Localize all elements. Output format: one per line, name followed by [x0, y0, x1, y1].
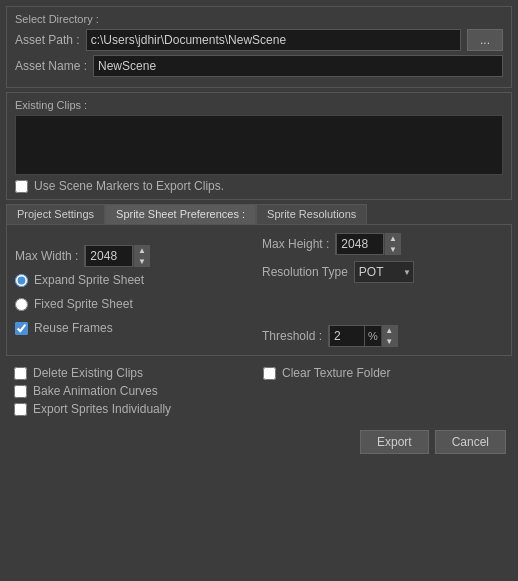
bake-animation-row: Bake Animation Curves: [14, 384, 255, 398]
threshold-input[interactable]: [329, 325, 365, 347]
empty-spacer: [262, 289, 503, 319]
asset-name-label: Asset Name :: [15, 59, 87, 73]
asset-name-row: Asset Name :: [15, 55, 503, 77]
clips-area: [15, 115, 503, 175]
fixed-sprite-row: Fixed Sprite Sheet: [15, 297, 256, 311]
existing-clips-section: Existing Clips : Use Scene Markers to Ex…: [6, 92, 512, 200]
threshold-buttons: ▲ ▼: [381, 325, 397, 347]
bottom-buttons: Export Cancel: [6, 426, 512, 458]
select-directory-title: Select Directory :: [15, 13, 503, 25]
tab-sprite-sheet-preferences[interactable]: Sprite Sheet Preferences :: [105, 204, 256, 224]
resolution-type-select-wrapper: POT NPOT Any ▼: [354, 261, 414, 283]
max-height-buttons: ▲ ▼: [384, 233, 400, 255]
bake-animation-label: Bake Animation Curves: [33, 384, 158, 398]
max-width-buttons: ▲ ▼: [133, 245, 149, 267]
bake-animation-checkbox[interactable]: [14, 385, 27, 398]
tab-content: Max Width : ▲ ▼ Expand Sprite Sheet: [6, 224, 512, 356]
export-sprites-row: Export Sprites Individually: [14, 402, 255, 416]
threshold-up[interactable]: ▲: [381, 325, 397, 336]
max-width-down[interactable]: ▼: [133, 256, 149, 267]
max-width-row: Max Width : ▲ ▼: [15, 245, 256, 267]
delete-clips-row: Delete Existing Clips: [14, 366, 255, 380]
max-height-row: Max Height : ▲ ▼: [262, 233, 503, 255]
threshold-unit: %: [365, 330, 381, 342]
max-height-label: Max Height :: [262, 237, 329, 251]
resolution-type-label: Resolution Type: [262, 265, 348, 279]
asset-path-input[interactable]: [86, 29, 461, 51]
max-width-spinner: ▲ ▼: [84, 245, 150, 267]
browse-button[interactable]: ...: [467, 29, 503, 51]
resolution-type-select[interactable]: POT NPOT Any: [354, 261, 414, 283]
export-button[interactable]: Export: [360, 430, 429, 454]
reuse-frames-row: Reuse Frames: [15, 321, 256, 335]
delete-clips-label: Delete Existing Clips: [33, 366, 143, 380]
main-container: Select Directory : Asset Path : ... Asse…: [0, 0, 518, 581]
tabs-container: Project Settings Sprite Sheet Preference…: [6, 204, 512, 224]
max-height-down[interactable]: ▼: [384, 244, 400, 255]
export-sprites-checkbox[interactable]: [14, 403, 27, 416]
use-scene-markers-row: Use Scene Markers to Export Clips.: [15, 179, 503, 193]
max-height-spinner: ▲ ▼: [335, 233, 401, 255]
tab-sprite-resolutions[interactable]: Sprite Resolutions: [256, 204, 367, 224]
threshold-label: Threshold :: [262, 329, 322, 343]
select-directory-section: Select Directory : Asset Path : ... Asse…: [6, 6, 512, 88]
clear-texture-checkbox[interactable]: [263, 367, 276, 380]
cancel-button[interactable]: Cancel: [435, 430, 506, 454]
max-height-input[interactable]: [336, 233, 384, 255]
existing-clips-title: Existing Clips :: [15, 99, 503, 111]
delete-clips-checkbox[interactable]: [14, 367, 27, 380]
use-scene-markers-label: Use Scene Markers to Export Clips.: [34, 179, 224, 193]
max-width-label: Max Width :: [15, 249, 78, 263]
threshold-row: Threshold : % ▲ ▼: [262, 325, 503, 347]
max-width-up[interactable]: ▲: [133, 245, 149, 256]
sprite-sheet-settings: Max Width : ▲ ▼ Expand Sprite Sheet: [15, 233, 503, 347]
fixed-sprite-label: Fixed Sprite Sheet: [34, 297, 133, 311]
tab-project-settings[interactable]: Project Settings: [6, 204, 105, 224]
right-column: Max Height : ▲ ▼ Resolution Type: [262, 233, 503, 347]
tabs-wrapper: Project Settings Sprite Sheet Preference…: [6, 204, 512, 356]
expand-sprite-label: Expand Sprite Sheet: [34, 273, 144, 287]
expand-sprite-row: Expand Sprite Sheet: [15, 273, 256, 287]
reuse-frames-checkbox[interactable]: [15, 322, 28, 335]
fixed-sprite-radio[interactable]: [15, 298, 28, 311]
export-sprites-label: Export Sprites Individually: [33, 402, 171, 416]
clear-texture-row: Clear Texture Folder: [263, 366, 504, 380]
left-column: Max Width : ▲ ▼ Expand Sprite Sheet: [15, 245, 256, 335]
expand-sprite-radio[interactable]: [15, 274, 28, 287]
max-height-up[interactable]: ▲: [384, 233, 400, 244]
asset-path-row: Asset Path : ...: [15, 29, 503, 51]
resolution-type-row: Resolution Type POT NPOT Any ▼: [262, 261, 503, 283]
clear-texture-label: Clear Texture Folder: [282, 366, 391, 380]
asset-name-input[interactable]: [93, 55, 503, 77]
threshold-spinner: % ▲ ▼: [328, 325, 398, 347]
use-scene-markers-checkbox[interactable]: [15, 180, 28, 193]
threshold-down[interactable]: ▼: [381, 336, 397, 347]
max-width-input[interactable]: [85, 245, 133, 267]
reuse-frames-label: Reuse Frames: [34, 321, 113, 335]
bottom-checkboxes: Delete Existing Clips Clear Texture Fold…: [6, 360, 512, 422]
asset-path-label: Asset Path :: [15, 33, 80, 47]
